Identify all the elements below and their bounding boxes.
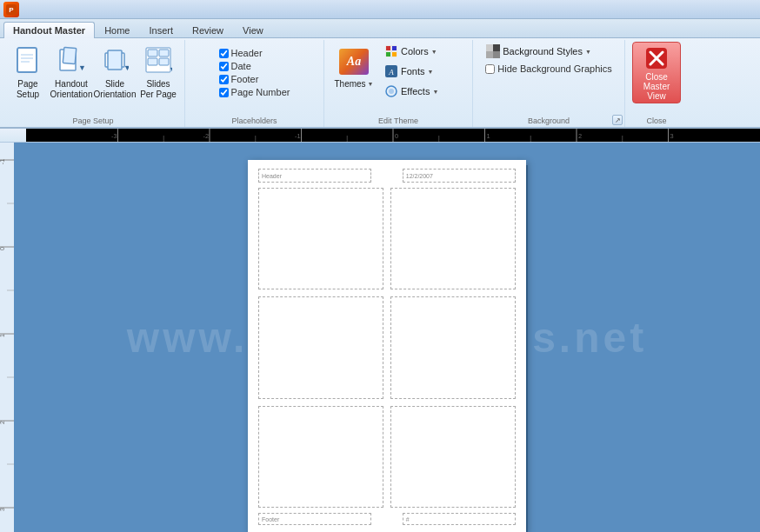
effects-button[interactable]: Effects ▼ xyxy=(380,82,467,101)
handout-orientation-icon: ▼ xyxy=(56,46,87,77)
slide-placeholder-6 xyxy=(390,406,516,508)
ribbon: Page Setup ▼ Handout Orientation xyxy=(0,38,760,129)
handout-orientation-button[interactable]: ▼ Handout Orientation xyxy=(50,42,92,103)
page-footer-left: Footer xyxy=(258,513,371,525)
svg-rect-2 xyxy=(17,48,37,72)
svg-text:3: 3 xyxy=(0,508,5,511)
page-number-checkbox[interactable] xyxy=(219,88,229,97)
svg-text:-1: -1 xyxy=(295,132,301,140)
close-group-label: Close xyxy=(625,116,688,125)
handout-orientation-label: Handout Orientation xyxy=(50,79,93,100)
ruler-h-inner: 0 1 2 3 -1 -2 -3 xyxy=(26,129,760,142)
background-expand-button[interactable]: ↗ xyxy=(612,115,623,125)
svg-rect-31 xyxy=(486,51,493,58)
tab-insert[interactable]: Insert xyxy=(139,22,183,38)
page-setup-button[interactable]: Page Setup xyxy=(7,42,49,103)
svg-text:2: 2 xyxy=(0,421,5,424)
colors-arrow: ▼ xyxy=(431,49,437,55)
background-group-label: Background xyxy=(473,116,624,125)
slide-placeholder-3 xyxy=(258,296,383,398)
header-checkbox-row: Header xyxy=(216,47,294,59)
page-number-label: Page Number xyxy=(231,87,290,97)
close-master-view-button[interactable]: Close Master View xyxy=(632,42,681,103)
close-master-view-icon xyxy=(644,46,669,72)
fonts-label: Fonts xyxy=(401,66,425,76)
svg-text:0: 0 xyxy=(0,247,5,250)
page-header-right: 12/2/2007 xyxy=(403,169,516,183)
date-label: Date xyxy=(231,61,251,71)
svg-rect-21 xyxy=(386,52,390,57)
edit-theme-group: Aa Themes ▼ xyxy=(324,40,473,127)
svg-text:2: 2 xyxy=(578,132,582,140)
hide-bg-label: Hide Background Graphics xyxy=(497,63,611,74)
tab-review[interactable]: Review xyxy=(183,22,233,38)
svg-rect-29 xyxy=(493,51,500,58)
themes-icon-visual: Aa xyxy=(339,49,369,75)
svg-rect-15 xyxy=(148,58,157,65)
edit-theme-group-label: Edit Theme xyxy=(324,116,472,125)
placeholders-group-content: Header Date Footer Page Number xyxy=(216,42,294,125)
svg-rect-13 xyxy=(148,50,157,57)
placeholders-group: Header Date Footer Page Number Placehold… xyxy=(185,40,324,127)
themes-dropdown-arrow: ▼ xyxy=(368,81,374,88)
svg-rect-22 xyxy=(392,52,397,57)
svg-rect-28 xyxy=(486,44,493,51)
slide-orientation-button[interactable]: ▼ Slide Orientation xyxy=(94,42,136,103)
page-setup-icon xyxy=(12,46,43,77)
ruler-horizontal: 0 1 2 3 -1 -2 -3 xyxy=(0,129,760,143)
placeholders-col: Header Date Footer Page Number xyxy=(216,47,294,98)
themes-icon: Aa xyxy=(338,46,370,77)
background-inner: Background Styles ▼ Hide Background Grap… xyxy=(482,42,615,87)
footer-checkbox[interactable] xyxy=(219,75,229,84)
svg-rect-16 xyxy=(159,58,169,65)
fonts-button[interactable]: A Fonts ▼ xyxy=(380,62,467,81)
colors-icon xyxy=(384,44,398,58)
page-setup-label: Page Setup xyxy=(10,79,46,100)
slides-per-page-icon: ▼ xyxy=(143,46,174,77)
svg-text:-1: -1 xyxy=(0,159,5,164)
edit-theme-stack: Colors ▼ A Fonts ▼ xyxy=(380,42,467,113)
svg-text:A: A xyxy=(388,68,394,76)
date-checkbox[interactable] xyxy=(219,62,229,71)
effects-label: Effects xyxy=(401,86,430,96)
svg-text:-2: -2 xyxy=(203,132,210,140)
themes-button[interactable]: Aa Themes ▼ xyxy=(330,42,378,99)
edit-theme-group-content: Aa Themes ▼ xyxy=(330,42,467,125)
ruler-vertical: 0 -1 1 2 3 xyxy=(0,143,14,532)
svg-text:▼: ▼ xyxy=(78,63,85,72)
hide-bg-checkbox[interactable] xyxy=(485,64,495,74)
slide-placeholder-1 xyxy=(258,188,383,289)
background-styles-icon xyxy=(486,44,500,58)
svg-text:P: P xyxy=(9,6,14,14)
header-checkbox[interactable] xyxy=(219,49,229,58)
background-group: Background Styles ▼ Hide Background Grap… xyxy=(473,40,625,127)
slide-orientation-label: Slide Orientation xyxy=(94,79,137,100)
svg-rect-7 xyxy=(63,47,77,63)
header-label: Header xyxy=(231,48,263,58)
svg-text:-3: -3 xyxy=(111,132,117,140)
svg-rect-10 xyxy=(108,50,122,70)
page-header: Header 12/2/2007 xyxy=(258,169,516,183)
tab-handout-master[interactable]: Handout Master xyxy=(3,22,95,38)
hide-bg-row: Hide Background Graphics xyxy=(482,63,615,75)
tab-home[interactable]: Home xyxy=(95,22,139,38)
slide-placeholder-4 xyxy=(390,296,516,398)
themes-label: Themes ▼ xyxy=(334,79,373,90)
tab-view[interactable]: View xyxy=(233,22,273,38)
effects-arrow: ▼ xyxy=(432,89,438,95)
svg-point-26 xyxy=(389,89,394,94)
ribbon-tabs: Handout Master Home Insert Review View xyxy=(0,19,760,38)
svg-rect-14 xyxy=(159,50,169,57)
slide-placeholder-5 xyxy=(258,406,383,508)
colors-label: Colors xyxy=(401,46,429,57)
background-group-content: Background Styles ▼ Hide Background Grap… xyxy=(482,42,615,125)
background-styles-label: Background Styles xyxy=(503,46,583,57)
placeholders-group-label: Placeholders xyxy=(185,116,323,125)
slides-per-page-button[interactable]: ▼ Slides Per Page xyxy=(137,42,179,103)
background-styles-button[interactable]: Background Styles ▼ xyxy=(482,42,615,61)
colors-button[interactable]: Colors ▼ xyxy=(380,42,467,61)
canvas-area[interactable]: www.doctemplates.net Header 12/2/2007 Fo… xyxy=(14,143,760,532)
fonts-icon: A xyxy=(384,64,398,78)
slide-placeholder-2 xyxy=(390,188,516,289)
title-bar: P xyxy=(0,0,760,19)
